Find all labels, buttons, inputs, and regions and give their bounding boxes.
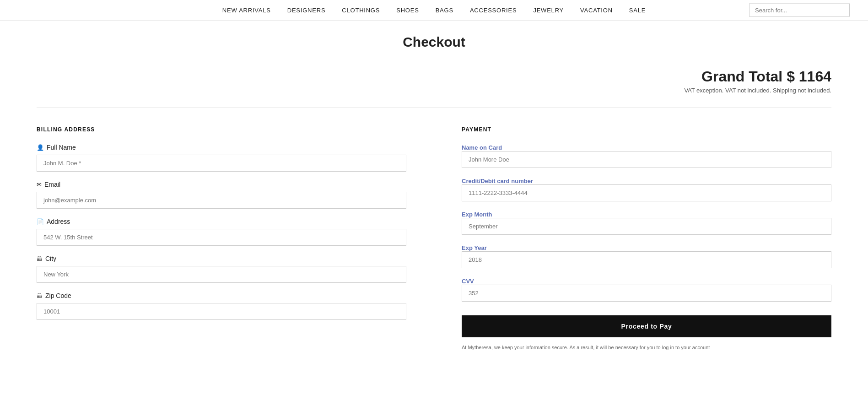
checkout-content: BILLING ADDRESS 👤 Full Name ✉ Email 📄 Ad… [0, 117, 868, 370]
full-name-label: 👤 Full Name [37, 144, 406, 151]
address-label: 📄 Address [37, 218, 406, 225]
nav-link-sale[interactable]: SALE [629, 7, 646, 14]
nav-link-vacation[interactable]: VACATION [580, 7, 613, 14]
nav-link-bags[interactable]: BAGS [436, 7, 453, 14]
city-label: 🏛 City [37, 255, 406, 262]
security-note: At Mytheresa, we keep your information s… [462, 344, 831, 352]
search-input[interactable] [749, 4, 850, 17]
address-group: 📄 Address [37, 218, 406, 246]
zip-icon: 🏛 [37, 292, 43, 299]
payment-section: PAYMENT Name on Card Credit/Debit card n… [434, 126, 831, 352]
nav-link-new-arrivals[interactable]: NEW ARRIVALS [222, 7, 271, 14]
nav-item-vacation[interactable]: VACATION [580, 6, 613, 14]
navbar: NEW ARRIVALS DESIGNERS CLOTHINGS SHOES B… [0, 0, 868, 21]
payment-heading: PAYMENT [462, 126, 831, 133]
nav-link-shoes[interactable]: SHOES [396, 7, 419, 14]
nav-item-shoes[interactable]: SHOES [396, 6, 419, 14]
exp-month-label: Exp Month [462, 211, 492, 218]
cvv-input[interactable] [462, 285, 831, 302]
card-number-group: Credit/Debit card number [462, 177, 831, 201]
card-number-input[interactable] [462, 184, 831, 201]
name-on-card-input[interactable] [462, 151, 831, 168]
zip-label: 🏛 Zip Code [37, 292, 406, 299]
grand-total-note: VAT exception. VAT not included. Shippin… [37, 87, 831, 94]
name-on-card-group: Name on Card [462, 144, 831, 168]
proceed-to-pay-button[interactable]: Proceed to Pay [462, 315, 831, 337]
nav-link-accessories[interactable]: ACCESSORIES [470, 7, 517, 14]
nav-link-jewelry[interactable]: JEWELRY [533, 7, 564, 14]
nav-item-sale[interactable]: SALE [629, 6, 646, 14]
nav-link-designers[interactable]: DESIGNERS [287, 7, 326, 14]
nav-item-bags[interactable]: BAGS [436, 6, 453, 14]
full-name-input[interactable] [37, 155, 406, 172]
section-divider [37, 108, 831, 108]
city-group: 🏛 City [37, 255, 406, 283]
city-input[interactable] [37, 266, 406, 283]
nav-item-designers[interactable]: DESIGNERS [287, 6, 326, 14]
nav-item-clothings[interactable]: CLOTHINGS [342, 6, 380, 14]
nav-links: NEW ARRIVALS DESIGNERS CLOTHINGS SHOES B… [222, 6, 646, 14]
email-label: ✉ Email [37, 181, 406, 188]
city-icon: 🏛 [37, 255, 43, 262]
exp-year-input[interactable] [462, 251, 831, 268]
zip-group: 🏛 Zip Code [37, 292, 406, 320]
exp-month-input[interactable] [462, 218, 831, 235]
exp-year-label: Exp Year [462, 244, 487, 251]
nav-link-clothings[interactable]: CLOTHINGS [342, 7, 380, 14]
exp-month-group: Exp Month [462, 211, 831, 235]
billing-section: BILLING ADDRESS 👤 Full Name ✉ Email 📄 Ad… [37, 126, 434, 352]
card-number-label: Credit/Debit card number [462, 178, 533, 184]
cvv-label: CVV [462, 278, 474, 285]
cvv-group: CVV [462, 277, 831, 302]
search-container [749, 4, 850, 17]
address-input[interactable] [37, 229, 406, 246]
zip-input[interactable] [37, 303, 406, 320]
grand-total-section: Grand Total $ 1164 VAT exception. VAT no… [0, 59, 868, 98]
name-on-card-label: Name on Card [462, 144, 502, 151]
person-icon: 👤 [37, 144, 44, 151]
exp-year-group: Exp Year [462, 244, 831, 268]
email-input[interactable] [37, 192, 406, 209]
email-icon: ✉ [37, 181, 42, 188]
nav-item-new-arrivals[interactable]: NEW ARRIVALS [222, 6, 271, 14]
nav-item-jewelry[interactable]: JEWELRY [533, 6, 564, 14]
page-title: Checkout [0, 21, 868, 59]
billing-heading: BILLING ADDRESS [37, 126, 406, 133]
nav-item-accessories[interactable]: ACCESSORIES [470, 6, 517, 14]
email-group: ✉ Email [37, 181, 406, 209]
address-icon: 📄 [37, 218, 44, 225]
full-name-group: 👤 Full Name [37, 144, 406, 172]
grand-total-amount: Grand Total $ 1164 [37, 68, 831, 85]
